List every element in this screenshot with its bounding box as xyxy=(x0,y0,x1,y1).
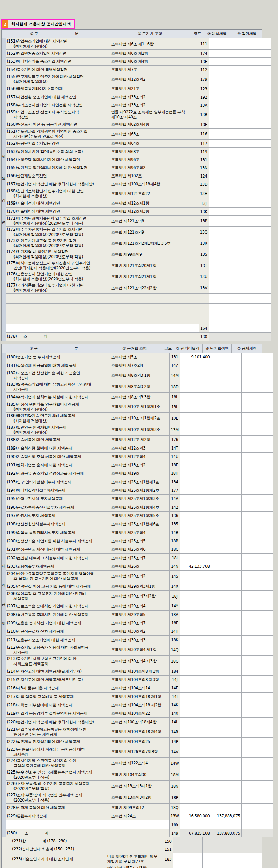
cell-value-field[interactable] xyxy=(180,738,211,746)
cell-value-field[interactable] xyxy=(180,746,211,757)
cell-value-field[interactable] xyxy=(209,66,240,74)
cell-value-field[interactable] xyxy=(211,503,242,511)
cell-value-field[interactable] xyxy=(180,591,211,602)
cell-value-field[interactable] xyxy=(240,172,271,180)
cell-value-field[interactable] xyxy=(180,370,211,381)
cell-value-field[interactable] xyxy=(240,85,271,93)
cell-value-field[interactable] xyxy=(211,656,242,667)
cell-value-field[interactable] xyxy=(209,101,240,109)
cell-value-field[interactable] xyxy=(242,401,273,412)
cell-value-field[interactable] xyxy=(232,853,262,865)
cell-value-field[interactable] xyxy=(209,260,240,271)
cell-value-field[interactable] xyxy=(242,676,273,684)
cell-value-field[interactable] xyxy=(211,693,242,701)
cell-value-field[interactable] xyxy=(242,812,273,820)
cell-value-field[interactable] xyxy=(242,792,273,803)
cell-value-field[interactable] xyxy=(242,571,273,582)
cell-value-field[interactable] xyxy=(180,381,211,392)
cell-value-field[interactable] xyxy=(242,461,273,469)
cell-value-field[interactable] xyxy=(209,74,240,85)
cell-value-field[interactable] xyxy=(240,260,271,271)
cell-value-field[interactable] xyxy=(209,129,240,139)
cell-value-field[interactable] xyxy=(242,746,273,757)
cell-value-field[interactable] xyxy=(180,684,211,692)
cell-value-field[interactable] xyxy=(180,512,211,520)
cell-value-field[interactable] xyxy=(211,495,242,503)
cell-value-field[interactable] xyxy=(242,804,273,812)
cell-value-field[interactable] xyxy=(209,271,240,282)
cell-value-field[interactable] xyxy=(242,738,273,746)
cell-value-field[interactable] xyxy=(180,718,211,726)
cell-value-field[interactable] xyxy=(242,545,273,553)
cell-value-field[interactable] xyxy=(242,478,273,486)
cell-value-field[interactable] xyxy=(180,393,211,401)
cell-value-field[interactable] xyxy=(180,667,211,675)
cell-value-field[interactable] xyxy=(211,393,242,401)
cell-value-field[interactable] xyxy=(211,413,242,424)
cell-value-field[interactable] xyxy=(211,537,242,545)
cell-value-field[interactable] xyxy=(211,758,242,769)
cell-value-field[interactable] xyxy=(211,370,242,381)
cell-value-field[interactable] xyxy=(211,571,242,582)
cell-value-field[interactable] xyxy=(242,486,273,494)
cell-value-field[interactable] xyxy=(180,602,211,610)
cell-value-field[interactable] xyxy=(242,554,273,562)
cell-value-field[interactable] xyxy=(240,238,271,249)
cell-value-field[interactable] xyxy=(203,853,232,865)
cell-value-field[interactable] xyxy=(242,361,273,370)
cell-value-field[interactable] xyxy=(180,769,211,780)
cell-value-field[interactable] xyxy=(209,50,240,57)
cell-value-field[interactable] xyxy=(209,216,240,226)
cell-value-field[interactable] xyxy=(211,619,242,627)
cell-value-field[interactable] xyxy=(180,571,211,582)
cell-value-field[interactable] xyxy=(242,820,273,829)
cell-value-field[interactable] xyxy=(240,282,271,293)
cell-value-field[interactable] xyxy=(180,444,211,452)
cell-value-field[interactable] xyxy=(180,453,211,461)
cell-value-field[interactable] xyxy=(211,684,242,692)
cell-value-field[interactable] xyxy=(240,199,271,207)
cell-value-field[interactable] xyxy=(211,709,242,717)
cell-value-field[interactable] xyxy=(242,602,273,610)
cell-value-field[interactable] xyxy=(180,413,211,424)
cell-value-field[interactable] xyxy=(242,726,273,737)
cell-value-field[interactable] xyxy=(242,436,273,444)
cell-value-field[interactable] xyxy=(211,512,242,520)
cell-value-field[interactable] xyxy=(240,227,271,238)
cell-value-field[interactable] xyxy=(211,520,242,528)
cell-value-field[interactable] xyxy=(242,528,273,537)
cell-value-field[interactable] xyxy=(240,294,271,303)
cell-value-field[interactable] xyxy=(242,758,273,769)
cell-value-field[interactable] xyxy=(242,718,273,726)
cell-value-field[interactable] xyxy=(211,461,242,469)
cell-value-field[interactable] xyxy=(209,294,240,303)
cell-value-field[interactable] xyxy=(242,381,273,392)
cell-value-field[interactable] xyxy=(211,820,242,829)
cell-value-field[interactable] xyxy=(180,619,211,627)
cell-value-field[interactable] xyxy=(240,129,271,139)
cell-value-field[interactable] xyxy=(211,676,242,684)
cell-value-field[interactable] xyxy=(232,865,262,868)
cell-value-field[interactable] xyxy=(209,238,240,249)
cell-value-field[interactable] xyxy=(242,495,273,503)
cell-value-field[interactable] xyxy=(209,85,240,93)
cell-value-field[interactable] xyxy=(242,781,273,792)
cell-value-field[interactable] xyxy=(209,249,240,260)
cell-value-field[interactable] xyxy=(242,520,273,528)
cell-value-field[interactable] xyxy=(180,469,211,478)
cell-value-field[interactable] xyxy=(240,188,271,199)
cell-value-field[interactable] xyxy=(180,495,211,503)
cell-value-field[interactable] xyxy=(211,554,242,562)
cell-value-field[interactable] xyxy=(180,636,211,644)
cell-value-field[interactable] xyxy=(242,693,273,701)
cell-value-field[interactable] xyxy=(240,314,271,324)
cell-value-field[interactable] xyxy=(211,781,242,792)
cell-value-field[interactable] xyxy=(242,684,273,692)
cell-value-field[interactable]: 16,580,000 xyxy=(180,812,211,820)
cell-value-field[interactable] xyxy=(242,444,273,452)
cell-value-field[interactable] xyxy=(242,537,273,545)
cell-value-field[interactable] xyxy=(242,393,273,401)
cell-value-field[interactable] xyxy=(240,50,271,57)
cell-value-field[interactable] xyxy=(240,164,271,172)
cell-value-field[interactable] xyxy=(180,611,211,619)
